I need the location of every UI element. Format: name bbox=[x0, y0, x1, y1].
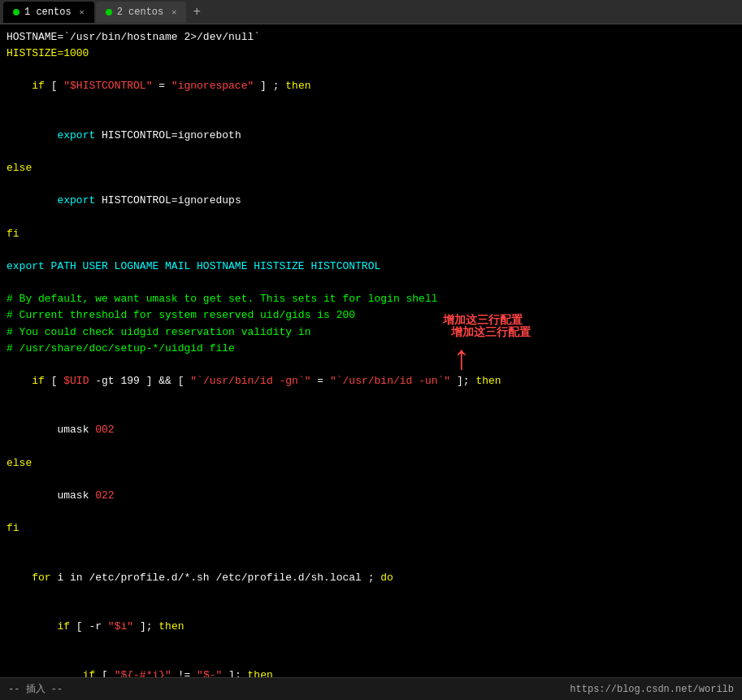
code-line-9: export PATH USER LOGNAME MAIL HOSTNAME H… bbox=[7, 259, 735, 275]
code-line-6: export HISTCONTROL=ignoredups bbox=[7, 176, 735, 225]
tab-1-label: 1 centos bbox=[24, 7, 72, 18]
code-line-21: for i in /etc/profile.d/*.sh /etc/profil… bbox=[7, 554, 735, 602]
code-line-23: if [ "${-#*i}" != "$-" ]; then bbox=[7, 651, 735, 677]
tab-2-dot bbox=[106, 9, 112, 15]
tab-2-close[interactable]: ✕ bbox=[171, 7, 176, 17]
code-line-13: # You could check uidgid reservation val… bbox=[7, 324, 735, 341]
tab-2-label: 2 centos bbox=[117, 7, 164, 18]
tab-1-centos[interactable]: 1 centos ✕ bbox=[3, 2, 94, 23]
code-line-8 bbox=[7, 242, 735, 259]
code-line-11: # By default, we want umask to get set. … bbox=[7, 291, 735, 307]
annotation-arrow: ↑ bbox=[451, 343, 471, 377]
tab-1-close[interactable]: ✕ bbox=[80, 7, 85, 17]
new-tab-button[interactable]: + bbox=[188, 3, 206, 21]
code-line-15: if [ $UID -gt 199 ] && [ "`/usr/bin/id -… bbox=[7, 357, 735, 406]
editor-area: HOSTNAME=`/usr/bin/hostname 2>/dev/null`… bbox=[0, 24, 742, 677]
code-line-1: HOSTNAME=`/usr/bin/hostname 2>/dev/null` bbox=[7, 29, 735, 46]
code-line-20 bbox=[7, 537, 735, 553]
tab-2-centos[interactable]: 2 centos ✕ bbox=[96, 2, 187, 23]
code-line-5: else bbox=[7, 160, 735, 176]
status-bar: -- 插入 -- https://blog.csdn.net/worilb bbox=[0, 677, 742, 700]
code-line-18: umask 022 bbox=[7, 472, 735, 520]
code-line-4: export HISTCONTROL=ignoreboth bbox=[7, 111, 735, 160]
code-line-7: fi bbox=[7, 226, 735, 242]
tab-bar: 1 centos ✕ 2 centos ✕ + bbox=[0, 0, 742, 24]
code-line-3: if [ "$HISTCONTROL" = "ignorespace" ] ; … bbox=[7, 62, 735, 111]
code-line-17: else bbox=[7, 455, 735, 472]
tab-1-dot bbox=[13, 9, 20, 15]
code-line-12: # Current threshold for system reserved … bbox=[7, 307, 735, 324]
code-line-14: # /usr/share/doc/setup-*/uidgid file bbox=[7, 341, 735, 357]
code-line-19: fi bbox=[7, 520, 735, 537]
code-line-2: HISTSIZE=1000 bbox=[7, 46, 735, 62]
annotation-label: 增加这三行配置 bbox=[451, 325, 531, 340]
insert-mode-label: -- 插入 -- bbox=[8, 682, 63, 696]
code-line-16: umask 002 bbox=[7, 406, 735, 454]
code-line-10 bbox=[7, 275, 735, 291]
url-label: https://blog.csdn.net/worilb bbox=[570, 684, 734, 695]
code-line-22: if [ -r "$i" ]; then bbox=[7, 602, 735, 651]
